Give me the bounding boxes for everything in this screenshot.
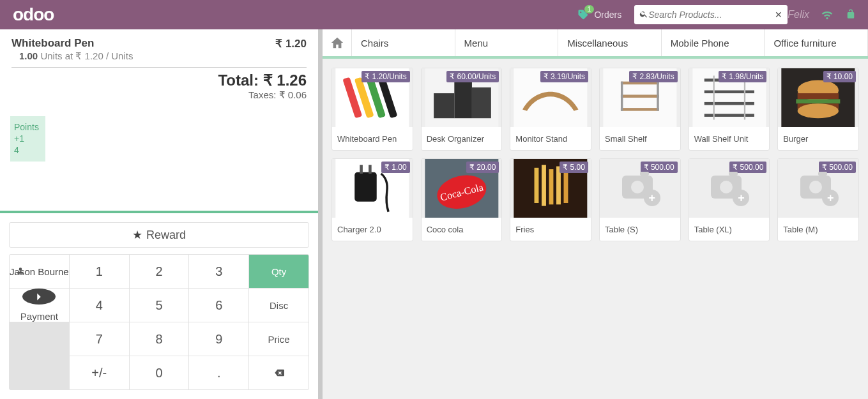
svg-point-28 bbox=[798, 103, 839, 118]
svg-rect-41 bbox=[564, 170, 568, 203]
product-grid: ₹ 1.20/UnitsWhiteboard Pen₹ 60.00/UnitsD… bbox=[323, 59, 868, 250]
search-box[interactable]: ✕ bbox=[634, 5, 788, 24]
price-badge: ₹ 1.20/Units bbox=[362, 71, 409, 82]
product-table-s-[interactable]: ₹ 500.00+Table (S) bbox=[599, 158, 681, 241]
product-whiteboard-pen[interactable]: ₹ 1.20/UnitsWhiteboard Pen bbox=[331, 68, 413, 151]
price-badge: ₹ 3.19/Units bbox=[540, 71, 588, 82]
orderline-detail: 1.00 Units at ₹ 1.20 / Units bbox=[19, 50, 307, 62]
product-title: Whiteboard Pen bbox=[332, 127, 413, 150]
svg-rect-6 bbox=[434, 93, 454, 118]
customer-button[interactable]: Jason Bourne bbox=[10, 255, 69, 288]
category-chairs[interactable]: Chairs bbox=[352, 29, 455, 56]
tag-icon: 1 bbox=[577, 9, 589, 20]
svg-rect-19 bbox=[704, 102, 754, 105]
payment-button[interactable]: Payment bbox=[10, 289, 69, 322]
category-menu[interactable]: Menu bbox=[455, 29, 559, 56]
numpad-dot[interactable]: . bbox=[189, 356, 248, 389]
star-icon: ★ bbox=[132, 229, 142, 241]
svg-rect-12 bbox=[621, 94, 659, 98]
svg-rect-13 bbox=[621, 108, 659, 111]
mode-price[interactable]: Price bbox=[249, 322, 308, 356]
product-title: Fries bbox=[510, 218, 591, 241]
product-title: Wall Shelf Unit bbox=[689, 127, 770, 150]
top-bar: odoo 1 Orders ✕ Felix bbox=[0, 0, 868, 29]
mode-qty[interactable]: Qty bbox=[249, 255, 308, 288]
category-bar: ChairsMenuMiscellaneousMobile PhoneOffic… bbox=[323, 29, 868, 59]
numpad-0[interactable]: 0 bbox=[130, 356, 189, 389]
price-badge: ₹ 1.00 bbox=[381, 162, 410, 173]
numpad-6[interactable]: 6 bbox=[189, 289, 248, 322]
product-burger[interactable]: ₹ 10.00Burger bbox=[777, 68, 859, 151]
product-title: Table (XL) bbox=[689, 218, 770, 241]
svg-rect-8 bbox=[472, 87, 491, 118]
numpad-7[interactable]: 7 bbox=[70, 322, 129, 356]
numpad-9[interactable]: 9 bbox=[189, 322, 248, 356]
brand-logo: odoo bbox=[13, 4, 54, 25]
product-title: Burger bbox=[778, 127, 858, 150]
svg-rect-7 bbox=[454, 80, 472, 118]
orderline-product: Whiteboard Pen bbox=[11, 37, 94, 50]
unlock-icon[interactable] bbox=[845, 8, 857, 22]
numpad-5[interactable]: 5 bbox=[130, 289, 189, 322]
svg-rect-30 bbox=[354, 172, 377, 202]
reward-button[interactable]: ★Reward bbox=[9, 222, 309, 248]
order-tax: Taxes: ₹ 0.06 bbox=[11, 89, 307, 101]
numpad-1[interactable]: 1 bbox=[70, 255, 129, 288]
product-title: Desk Organizer bbox=[422, 127, 502, 150]
price-badge: ₹ 1.98/Units bbox=[719, 71, 766, 82]
numpad-3[interactable]: 3 bbox=[189, 255, 248, 288]
product-title: Table (S) bbox=[600, 218, 680, 241]
price-badge: ₹ 10.00 bbox=[823, 71, 856, 82]
category-miscellaneous[interactable]: Miscellaneous bbox=[558, 29, 662, 56]
svg-rect-26 bbox=[796, 99, 841, 103]
home-button[interactable] bbox=[323, 29, 352, 56]
numpad-8[interactable]: 8 bbox=[130, 322, 189, 356]
price-badge: ₹ 20.00 bbox=[466, 162, 499, 173]
svg-rect-20 bbox=[704, 114, 754, 117]
order-total: Total: ₹ 1.26 bbox=[11, 72, 307, 89]
product-table-m-[interactable]: ₹ 500.00+Table (M) bbox=[777, 158, 859, 241]
price-badge: ₹ 2.83/Units bbox=[629, 71, 677, 82]
svg-rect-31 bbox=[360, 165, 363, 174]
product-monitor-stand[interactable]: ₹ 3.19/UnitsMonitor Stand bbox=[510, 68, 591, 151]
points-box: Points +1 4 bbox=[10, 116, 45, 162]
orders-count-badge: 1 bbox=[584, 5, 595, 13]
svg-rect-37 bbox=[535, 168, 539, 203]
svg-rect-32 bbox=[369, 165, 372, 174]
order-panel: Whiteboard Pen ₹ 1.20 1.00 Units at ₹ 1.… bbox=[0, 29, 323, 399]
user-name[interactable]: Felix bbox=[788, 9, 809, 20]
orders-button[interactable]: 1 Orders bbox=[577, 9, 621, 20]
product-title: Table (M) bbox=[778, 218, 858, 241]
product-title: Charger 2.0 bbox=[332, 218, 413, 241]
product-title: Monitor Stand bbox=[510, 127, 591, 150]
orders-label: Orders bbox=[594, 10, 621, 20]
search-input[interactable] bbox=[648, 10, 775, 20]
product-small-shelf[interactable]: ₹ 2.83/UnitsSmall Shelf bbox=[599, 68, 681, 151]
numpad-4[interactable]: 4 bbox=[70, 289, 129, 322]
clear-search-icon[interactable]: ✕ bbox=[775, 10, 782, 20]
chevron-right-icon bbox=[22, 289, 56, 305]
product-wall-shelf-unit[interactable]: ₹ 1.98/UnitsWall Shelf Unit bbox=[689, 68, 770, 151]
mode-disc[interactable]: Disc bbox=[249, 289, 308, 322]
product-desk-organizer[interactable]: ₹ 60.00/UnitsDesk Organizer bbox=[421, 68, 503, 151]
svg-rect-18 bbox=[704, 91, 754, 94]
numpad-2[interactable]: 2 bbox=[130, 255, 189, 288]
search-icon bbox=[639, 10, 648, 20]
price-badge: ₹ 60.00/Units bbox=[446, 71, 499, 82]
product-title: Small Shelf bbox=[600, 127, 680, 150]
numpad-backspace[interactable] bbox=[249, 356, 308, 389]
svg-rect-38 bbox=[542, 165, 546, 206]
svg-rect-25 bbox=[798, 93, 839, 99]
product-charger-2-0[interactable]: ₹ 1.00Charger 2.0 bbox=[331, 158, 413, 241]
svg-rect-14 bbox=[621, 82, 623, 111]
orderline-price: ₹ 1.20 bbox=[275, 37, 307, 50]
numpad-plusminus[interactable]: +/- bbox=[70, 356, 129, 389]
category-office-furniture[interactable]: Office furniture bbox=[765, 29, 868, 56]
svg-rect-39 bbox=[549, 169, 554, 204]
svg-rect-21 bbox=[713, 76, 714, 120]
product-fries[interactable]: ₹ 5.00Fries bbox=[510, 158, 591, 241]
product-coco-cola[interactable]: ₹ 20.00Coca-ColaCoco cola bbox=[421, 158, 503, 241]
svg-rect-15 bbox=[657, 82, 659, 111]
product-table-xl-[interactable]: ₹ 500.00+Table (XL) bbox=[689, 158, 770, 241]
category-mobile-phone[interactable]: Mobile Phone bbox=[662, 29, 765, 56]
